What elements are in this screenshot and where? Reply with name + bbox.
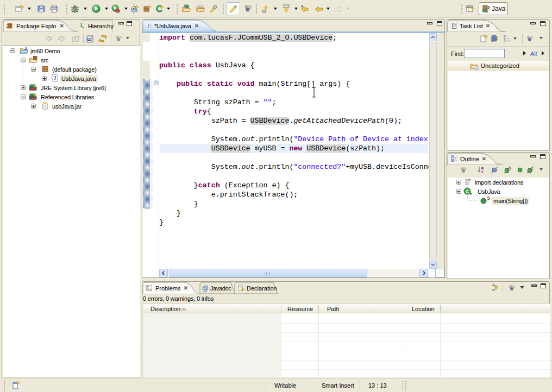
svg-text:a: a — [481, 166, 484, 170]
svg-text:J: J — [54, 75, 57, 81]
svg-text:J: J — [24, 46, 27, 51]
svg-text:z: z — [481, 170, 484, 174]
svg-text:J: J — [487, 5, 490, 10]
svg-text:J: J — [147, 23, 150, 29]
